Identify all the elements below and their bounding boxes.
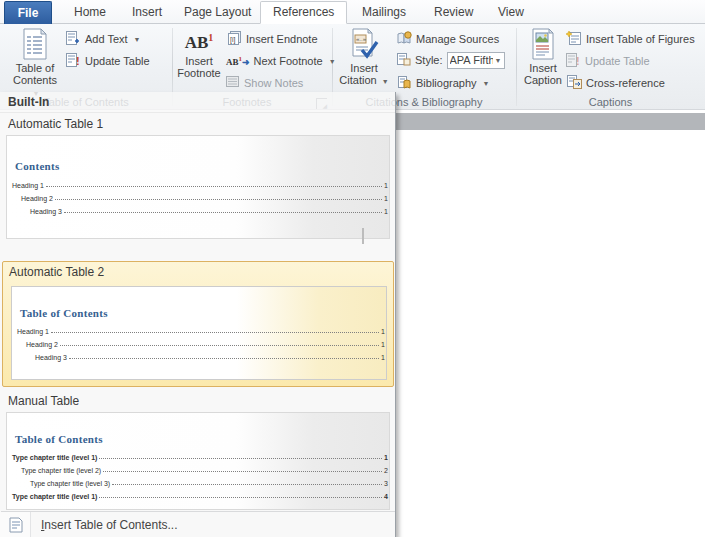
bibliography-button[interactable]: Bibliography ▼: [396, 74, 489, 92]
text-cursor-artifact: [362, 228, 364, 244]
next-footnote-button[interactable]: AB1➜ Next Footnote ▼: [226, 52, 336, 70]
preview-entry: Type chapter title (level 1)1: [7, 448, 389, 461]
insert-table-of-figures-icon: [566, 31, 582, 47]
preview-entry: Heading 21: [12, 335, 386, 348]
add-text-icon: [66, 31, 81, 47]
gallery-item-automatic-table-1[interactable]: Contents Heading 11 Heading 21 Heading 3…: [6, 135, 390, 239]
document-gray-band: [396, 113, 705, 130]
gallery-item-automatic-table-2[interactable]: Automatic Table 2 Table of Contents Head…: [2, 261, 394, 387]
svg-text:[i]: [i]: [230, 36, 236, 44]
gallery-item-automatic-table-2-label: Automatic Table 2: [9, 265, 399, 279]
cross-reference-button[interactable]: Cross-reference: [566, 74, 665, 92]
insert-citation-label2: Citation ▼: [339, 74, 388, 88]
insert-caption-button[interactable]: Insert Caption: [520, 28, 566, 86]
manage-sources-icon: [396, 31, 412, 47]
tab-review[interactable]: Review: [422, 2, 485, 24]
tab-references[interactable]: References: [260, 1, 347, 24]
insert-table-of-figures-button[interactable]: Insert Table of Figures: [566, 30, 695, 48]
insert-table-of-contents-menuitem[interactable]: Insert Table of Contents...: [0, 514, 395, 536]
menu-separator: [1, 511, 395, 512]
tab-page-layout[interactable]: Page Layout: [172, 2, 263, 24]
gallery-item-manual-table-label: Manual Table: [8, 394, 79, 408]
preview-entry: Type chapter title (level 1)4: [7, 487, 389, 500]
update-table-disabled-icon: !: [566, 53, 581, 69]
ribbon-tab-bar: File Home Insert Page Layout References …: [0, 0, 705, 24]
preview-box: Table of Contents Heading 11 Heading 21 …: [11, 286, 387, 380]
preview-entry: Heading 21: [7, 189, 389, 202]
preview-title: Table of Contents: [15, 433, 389, 445]
table-of-contents-button[interactable]: Table of Contents ▼: [8, 28, 62, 100]
toc-button-label: Table of: [16, 62, 55, 74]
insert-caption-icon: [528, 28, 558, 62]
insert-toc-icon: [0, 517, 31, 533]
svg-text:!: !: [76, 55, 80, 67]
update-table-icon: !: [66, 53, 81, 69]
preview-title: Table of Contents: [20, 307, 386, 319]
table-of-contents-icon: [20, 28, 50, 62]
show-notes-icon: [226, 76, 240, 90]
style-picker: Style: APA Fifth ▼: [396, 51, 505, 69]
tab-insert[interactable]: Insert: [120, 2, 174, 24]
bibliography-icon: [396, 75, 412, 91]
add-text-button[interactable]: Add Text ▼: [66, 30, 141, 48]
style-value: APA Fifth: [450, 54, 493, 66]
manage-sources-button[interactable]: Manage Sources: [396, 30, 499, 48]
preview-entry: Heading 11: [7, 176, 389, 189]
gallery-item-automatic-table-1-label: Automatic Table 1: [8, 117, 103, 131]
tab-view[interactable]: View: [486, 2, 536, 24]
update-table-captions-button: ! Update Table: [566, 52, 650, 70]
style-label: Style:: [415, 54, 443, 66]
insert-citation-button[interactable]: «..» Insert Citation ▼: [338, 28, 390, 88]
preview-entry: Heading 31: [12, 348, 386, 361]
svg-text:!: !: [576, 55, 580, 67]
tab-file[interactable]: File: [4, 1, 52, 24]
dropdown-arrow: ▼: [329, 58, 336, 65]
preview-entry: Type chapter title (level 2)2: [7, 461, 389, 474]
tab-home[interactable]: Home: [62, 2, 118, 24]
preview-entry: Heading 11: [12, 322, 386, 335]
preview-entry: Type chapter title (level 3)3: [7, 474, 389, 487]
insert-footnote-icon: AB1: [185, 32, 214, 49]
chevron-down-icon: ▼: [495, 57, 502, 64]
style-combobox[interactable]: APA Fifth ▼: [447, 52, 505, 69]
update-table-button[interactable]: ! Update Table: [66, 52, 150, 70]
insert-citation-icon: «..»: [348, 28, 380, 62]
preview-entry: Heading 31: [7, 202, 389, 215]
next-footnote-icon: AB1➜: [226, 55, 250, 67]
preview-title: Contents: [15, 160, 389, 172]
dropdown-arrow: ▼: [483, 80, 490, 87]
gallery-section-header: Built-In: [0, 92, 395, 113]
group-label-captions: Captions: [516, 96, 705, 110]
menuitem-label: Insert Table of Contents...: [31, 518, 178, 532]
gallery-item-manual-table[interactable]: Table of Contents Type chapter title (le…: [6, 412, 390, 510]
toc-gallery-dropdown: Built-In Automatic Table 1 Contents Head…: [0, 92, 396, 537]
tab-mailings[interactable]: Mailings: [350, 2, 418, 24]
style-icon: [396, 52, 411, 68]
insert-endnote-button[interactable]: [i] Insert Endnote: [226, 30, 318, 48]
dropdown-arrow: ▼: [134, 36, 141, 43]
insert-footnote-button[interactable]: AB1 Insert Footnote: [176, 28, 222, 79]
show-notes-button: Show Notes: [226, 74, 303, 92]
document-canvas[interactable]: [396, 110, 705, 537]
svg-text:«..»: «..»: [356, 36, 367, 42]
cross-reference-icon: [566, 75, 582, 91]
group-separator: [516, 28, 517, 106]
insert-endnote-icon: [i]: [226, 31, 242, 47]
